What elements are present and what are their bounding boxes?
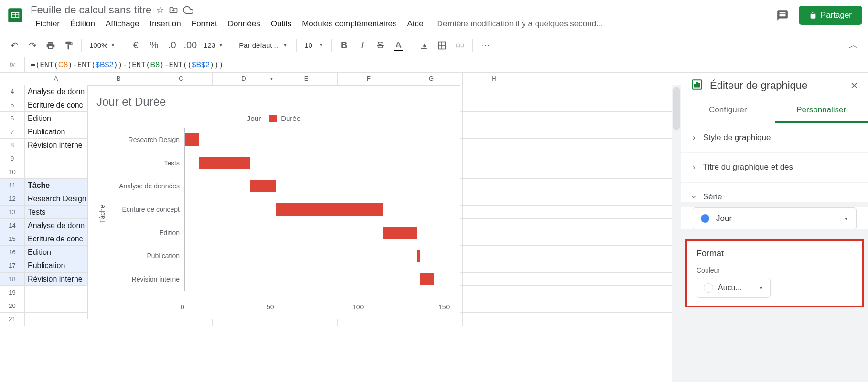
- zoom-dropdown[interactable]: 100%▼: [86, 39, 119, 51]
- filter-icon[interactable]: ▾: [270, 76, 273, 81]
- row-header[interactable]: 12: [0, 192, 25, 205]
- cell[interactable]: [463, 273, 525, 285]
- row-header[interactable]: 15: [0, 232, 25, 245]
- cell[interactable]: [463, 232, 525, 245]
- color-dropdown[interactable]: Aucu... ▼: [697, 278, 771, 298]
- cell[interactable]: [463, 259, 525, 272]
- row-header[interactable]: 13: [0, 206, 25, 218]
- cell[interactable]: [463, 299, 525, 312]
- row-header[interactable]: 18: [0, 273, 25, 285]
- cell[interactable]: Publication: [25, 259, 87, 272]
- share-button[interactable]: Partager: [799, 6, 862, 25]
- fx-icon[interactable]: fx: [0, 57, 25, 72]
- menu-edition[interactable]: Édition: [65, 17, 100, 31]
- paint-format-icon[interactable]: [60, 37, 77, 54]
- close-icon[interactable]: ✕: [850, 80, 858, 91]
- redo-icon[interactable]: ↷: [24, 37, 41, 54]
- cell[interactable]: Publication: [25, 125, 87, 138]
- cell[interactable]: [25, 299, 87, 312]
- col-header-f[interactable]: F: [338, 73, 400, 85]
- cell[interactable]: Révision interne: [25, 273, 87, 285]
- cell[interactable]: [463, 192, 525, 205]
- col-header-e[interactable]: E: [275, 73, 338, 85]
- decrease-decimal-icon[interactable]: .0: [163, 37, 181, 54]
- last-modified[interactable]: Dernière modification il y a quelques se…: [437, 19, 603, 29]
- cell[interactable]: [463, 179, 525, 192]
- menu-donnees[interactable]: Données: [223, 17, 265, 31]
- formula-input[interactable]: =(ENT(C8)-ENT($B$2))-(ENT(B8)-ENT(($B$2)…: [25, 60, 868, 69]
- row-header[interactable]: 7: [0, 125, 25, 138]
- collapse-toolbar-icon[interactable]: ︿: [845, 37, 862, 54]
- vertical-scrollbar[interactable]: [672, 85, 681, 382]
- col-header-g[interactable]: G: [400, 73, 463, 85]
- merge-cells-icon[interactable]: [451, 37, 469, 54]
- row-header[interactable]: 4: [0, 85, 25, 98]
- cell[interactable]: Analyse de donn: [25, 85, 87, 98]
- row-header[interactable]: 8: [0, 139, 25, 152]
- menu-outils[interactable]: Outils: [266, 17, 296, 31]
- fill-color-icon[interactable]: [415, 37, 432, 54]
- increase-decimal-icon[interactable]: .00: [182, 37, 199, 54]
- cell[interactable]: [25, 313, 87, 326]
- cell[interactable]: [463, 85, 525, 98]
- cell[interactable]: [463, 139, 525, 152]
- comments-icon[interactable]: [775, 8, 790, 23]
- cell[interactable]: [463, 98, 525, 111]
- sheets-logo[interactable]: [6, 3, 25, 28]
- row-header[interactable]: 14: [0, 219, 25, 232]
- cell[interactable]: [463, 165, 525, 178]
- star-icon[interactable]: ☆: [156, 5, 164, 15]
- cell[interactable]: [463, 313, 525, 326]
- menu-aide[interactable]: Aide: [403, 17, 429, 31]
- bold-icon[interactable]: B: [335, 37, 353, 54]
- row-header[interactable]: 17: [0, 259, 25, 272]
- cell[interactable]: [463, 112, 525, 125]
- move-icon[interactable]: [169, 5, 178, 15]
- tab-personnaliser[interactable]: Personnaliser: [775, 98, 868, 123]
- cell[interactable]: Révision interne: [25, 139, 87, 152]
- cell[interactable]: Edition: [25, 112, 87, 125]
- menu-insertion[interactable]: Insertion: [145, 17, 186, 31]
- section-series[interactable]: ›Série: [681, 183, 868, 202]
- cell[interactable]: [25, 165, 87, 178]
- row-header[interactable]: 11: [0, 179, 25, 192]
- row-header[interactable]: 21: [0, 313, 25, 326]
- doc-title[interactable]: Feuille de calcul sans titre: [31, 4, 151, 16]
- row-header[interactable]: 10: [0, 165, 25, 178]
- currency-icon[interactable]: €: [127, 37, 144, 54]
- number-format-dropdown[interactable]: 123▼: [200, 39, 227, 51]
- cell[interactable]: Analyse de donn: [25, 219, 87, 232]
- strikethrough-icon[interactable]: S: [372, 37, 389, 54]
- text-color-icon[interactable]: A: [390, 37, 407, 54]
- col-header-c[interactable]: C: [150, 73, 213, 85]
- row-header[interactable]: 20: [0, 299, 25, 312]
- cell[interactable]: [463, 206, 525, 218]
- menu-fichier[interactable]: Fichier: [31, 17, 64, 31]
- row-header[interactable]: 6: [0, 112, 25, 125]
- menu-affichage[interactable]: Affichage: [101, 17, 144, 31]
- series-select-dropdown[interactable]: Jour ▼: [693, 207, 857, 229]
- cell[interactable]: Ecriture de conc: [25, 232, 87, 245]
- col-header-h[interactable]: H: [463, 73, 525, 85]
- section-chart-titles[interactable]: ›Titre du graphique et des: [681, 153, 868, 182]
- more-icon[interactable]: ⋯: [477, 37, 494, 54]
- col-header-d[interactable]: D▾: [213, 73, 275, 85]
- font-dropdown[interactable]: Par défaut ...▼: [235, 39, 292, 51]
- menu-modules[interactable]: Modules complémentaires: [297, 17, 401, 31]
- col-header-a[interactable]: A: [25, 73, 87, 85]
- row-header[interactable]: 19: [0, 286, 25, 299]
- print-icon[interactable]: [42, 37, 59, 54]
- cell[interactable]: Ecriture de conc: [25, 98, 87, 111]
- percent-icon[interactable]: %: [145, 37, 162, 54]
- cloud-icon[interactable]: [183, 5, 193, 15]
- cell[interactable]: [463, 219, 525, 232]
- cell[interactable]: Tâche: [25, 179, 87, 192]
- chart-object[interactable]: Jour et Durée Jour Durée Tâche Research …: [87, 85, 460, 319]
- italic-icon[interactable]: I: [354, 37, 371, 54]
- borders-icon[interactable]: [433, 37, 450, 54]
- cell[interactable]: [463, 152, 525, 165]
- section-chart-style[interactable]: ›Style de graphique: [681, 123, 868, 152]
- font-size-dropdown[interactable]: 10▼: [300, 39, 327, 51]
- cell[interactable]: Research Design: [25, 192, 87, 205]
- cell[interactable]: Tests: [25, 206, 87, 218]
